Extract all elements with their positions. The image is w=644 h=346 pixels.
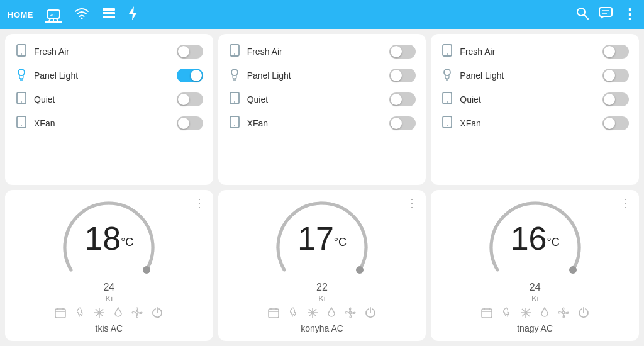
- card-menu-icon-tkis[interactable]: ⋮: [194, 196, 206, 210]
- toggle-switch-2-2[interactable]: [602, 92, 629, 106]
- toggle-left-1-0: Fresh Air: [228, 44, 282, 59]
- toggle-switch-2-1[interactable]: [602, 69, 629, 82]
- toggle-row-1-3: XFan: [228, 113, 416, 133]
- svg-point-17: [18, 69, 25, 75]
- chat-icon[interactable]: [599, 7, 613, 23]
- toggle-switch-1-1[interactable]: [389, 69, 416, 82]
- card-name-konyha: konyha AC: [301, 323, 343, 333]
- svg-point-33: [444, 69, 450, 75]
- temp-unit-konyha: °C: [334, 236, 347, 248]
- nav-list-icon[interactable]: [101, 6, 116, 23]
- svg-point-50: [356, 266, 364, 274]
- flame-icon-tkis[interactable]: [75, 307, 85, 321]
- nav-bolt-icon[interactable]: [128, 5, 139, 25]
- toggle-left-2-0: Fresh Air: [441, 44, 495, 59]
- snowflake-icon-tnagy[interactable]: [520, 307, 531, 321]
- dial-konyha: 17°C: [272, 198, 372, 279]
- svg-rect-62: [482, 309, 492, 318]
- toggle-left-0-3: XFan: [15, 116, 55, 131]
- svg-line-11: [584, 15, 588, 19]
- more-icon[interactable]: ⋮: [623, 6, 636, 23]
- home-label[interactable]: HOME: [8, 10, 33, 20]
- toggle-row-1-2: Quiet: [228, 89, 416, 109]
- tablet-icon-0-2: [15, 92, 28, 107]
- card-menu-icon-konyha[interactable]: ⋮: [406, 196, 418, 210]
- drop-icon-tnagy[interactable]: [540, 307, 549, 321]
- nav-wifi-icon[interactable]: [74, 6, 90, 23]
- fan-icon-tkis[interactable]: [131, 307, 143, 321]
- svg-rect-6: [103, 8, 115, 11]
- flame-icon-tnagy[interactable]: [501, 307, 511, 321]
- snowflake-icon-tkis[interactable]: [94, 307, 105, 321]
- toggle-left-2-1: Panel Light: [441, 68, 504, 83]
- svg-rect-12: [599, 8, 612, 16]
- toggle-switch-2-3[interactable]: [602, 116, 629, 130]
- power-icon-tnagy[interactable]: [578, 307, 589, 321]
- toggle-switch-1-3[interactable]: [389, 116, 416, 130]
- temp-display-tkis: 18°C: [84, 222, 133, 255]
- fan-icon-konyha[interactable]: [345, 307, 356, 321]
- thermostat-card-konyha: ⋮ 17°C 22 Ki konyha A: [218, 190, 426, 341]
- toggle-switch-0-1[interactable]: [177, 69, 203, 82]
- calendar-icon-tnagy[interactable]: [481, 307, 492, 321]
- drop-icon-tkis[interactable]: [114, 307, 123, 321]
- svg-point-24: [234, 53, 235, 55]
- toggle-card-tnagy: Fresh Air Panel Light Quiet XFan: [431, 34, 639, 185]
- tablet-icon-1-2: [228, 92, 241, 107]
- toggle-switch-0-2[interactable]: [177, 92, 203, 106]
- toggle-card-konyha: Fresh Air Panel Light Quiet XFan: [218, 34, 426, 185]
- svg-point-5: [81, 17, 83, 19]
- svg-point-39: [143, 266, 150, 274]
- toggle-switch-0-3[interactable]: [177, 116, 203, 130]
- tablet-icon-2-3: [441, 116, 453, 131]
- toggle-left-2-3: XFan: [441, 116, 480, 131]
- toggle-label-2-1: Panel Light: [460, 70, 504, 81]
- tablet-icon-1-3: [228, 116, 241, 131]
- toggle-label-1-0: Fresh Air: [247, 47, 282, 57]
- search-icon[interactable]: [576, 7, 589, 23]
- svg-point-36: [447, 101, 448, 103]
- set-temp-tnagy: 24: [530, 282, 541, 293]
- toggle-left-1-1: Panel Light: [228, 68, 291, 83]
- toggle-row-2-1: Panel Light: [441, 65, 629, 86]
- svg-rect-40: [55, 309, 65, 318]
- bulb-icon-2-1: [441, 68, 453, 83]
- dial-tkis: 18°C: [58, 198, 159, 279]
- main-content: Fresh Air Panel Light Quiet XFan: [0, 29, 644, 346]
- calendar-icon-tkis[interactable]: [55, 307, 66, 321]
- tablet-icon-0-3: [15, 116, 28, 131]
- toggle-left-0-2: Quiet: [15, 92, 55, 107]
- thermostat-card-tnagy: ⋮ 16°C 24 Ki tnagy AC: [431, 190, 639, 341]
- thermostat-icons-konyha: [268, 307, 376, 321]
- state-label-konyha: Ki: [318, 294, 326, 303]
- dial-tnagy: 16°C: [485, 198, 586, 279]
- snowflake-icon-konyha[interactable]: [307, 307, 318, 321]
- toggle-switch-0-0[interactable]: [177, 45, 203, 59]
- drop-icon-konyha[interactable]: [327, 307, 336, 321]
- toggle-left-0-1: Panel Light: [15, 68, 78, 83]
- temp-unit-tnagy: °C: [547, 236, 559, 248]
- toggle-row-0-2: Quiet: [15, 89, 203, 109]
- flame-icon-konyha[interactable]: [288, 307, 298, 321]
- power-icon-konyha[interactable]: [365, 307, 376, 321]
- card-menu-icon-tnagy[interactable]: ⋮: [619, 196, 631, 210]
- toggle-label-1-3: XFan: [247, 118, 268, 128]
- toggle-switch-1-0[interactable]: [389, 45, 416, 59]
- card-name-tkis: tkis AC: [96, 323, 123, 333]
- fan-icon-tnagy[interactable]: [558, 307, 569, 321]
- toggle-row-1-0: Fresh Air: [228, 42, 416, 62]
- toggle-label-1-1: Panel Light: [247, 70, 291, 81]
- power-icon-tkis[interactable]: [152, 307, 163, 321]
- svg-point-10: [577, 8, 585, 16]
- toggle-switch-2-0[interactable]: [602, 45, 629, 59]
- app-container: HOME R/C: [0, 0, 644, 346]
- calendar-icon-konyha[interactable]: [268, 307, 279, 321]
- toggle-row-0-3: XFan: [15, 113, 203, 133]
- header-left: HOME R/C: [8, 5, 566, 25]
- toggle-switch-1-2[interactable]: [389, 92, 416, 106]
- nav-ac-icon[interactable]: R/C: [45, 6, 62, 23]
- toggle-row-0-0: Fresh Air: [15, 42, 203, 62]
- toggle-row-2-0: Fresh Air: [441, 42, 629, 62]
- svg-rect-8: [103, 16, 115, 18]
- thermostat-icons-tkis: [55, 307, 163, 321]
